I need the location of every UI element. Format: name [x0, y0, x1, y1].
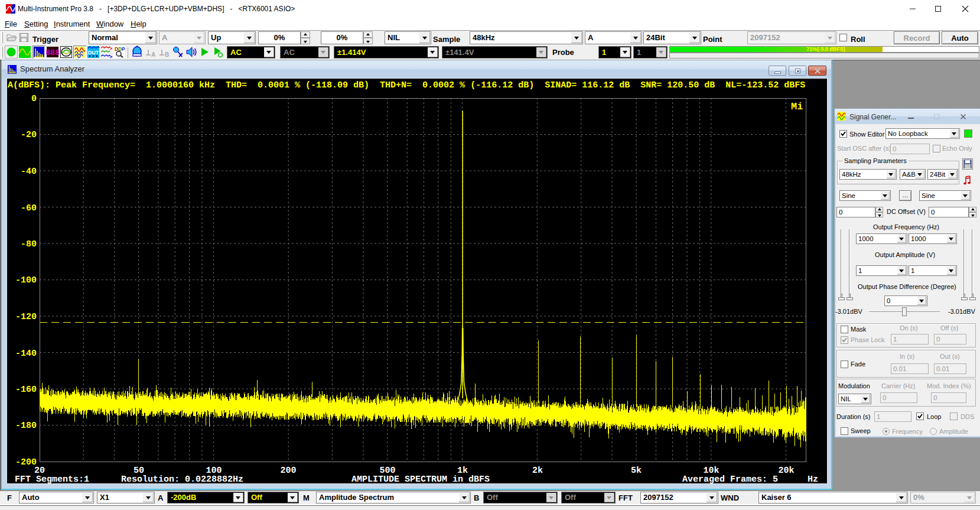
svg-text:-20: -20	[21, 130, 37, 140]
svg-text:20k: 20k	[778, 466, 794, 476]
svg-text:200: 200	[280, 466, 296, 476]
svg-text:0: 0	[31, 94, 37, 104]
svg-text:-180: -180	[15, 421, 37, 431]
svg-text:5k: 5k	[631, 466, 642, 476]
svg-text:-80: -80	[21, 239, 37, 249]
svg-text:-200: -200	[15, 457, 37, 467]
svg-text:Resolution: 0.0228882Hz: Resolution: 0.0228882Hz	[121, 475, 243, 483]
svg-text:Mi: Mi	[791, 101, 803, 112]
svg-text:Averaged Frames: 5: Averaged Frames: 5	[682, 475, 778, 483]
svg-text:-120: -120	[15, 312, 37, 322]
svg-text:B: B	[165, 51, 169, 58]
svg-text:P: P	[122, 46, 125, 52]
svg-text:888: 888	[46, 48, 59, 57]
svg-text:2k: 2k	[532, 466, 543, 476]
svg-text:-100: -100	[15, 275, 37, 285]
svg-text:Hz: Hz	[808, 475, 818, 483]
svg-text:-40: -40	[21, 167, 37, 177]
svg-text:-60: -60	[21, 203, 37, 213]
svg-text:DUT: DUT	[88, 50, 99, 56]
svg-text:AMPLITUDE SPECTRUM in dBFS: AMPLITUDE SPECTRUM in dBFS	[351, 475, 490, 483]
svg-text:-140: -140	[15, 349, 37, 359]
svg-text:A(dBFS): Peak Frequency= 1.00: A(dBFS): Peak Frequency= 1.0000160 kHz T…	[8, 80, 805, 90]
svg-text:A: A	[151, 51, 155, 58]
svg-text:FFT Segments:1: FFT Segments:1	[15, 475, 89, 483]
svg-text:-160: -160	[15, 385, 37, 395]
